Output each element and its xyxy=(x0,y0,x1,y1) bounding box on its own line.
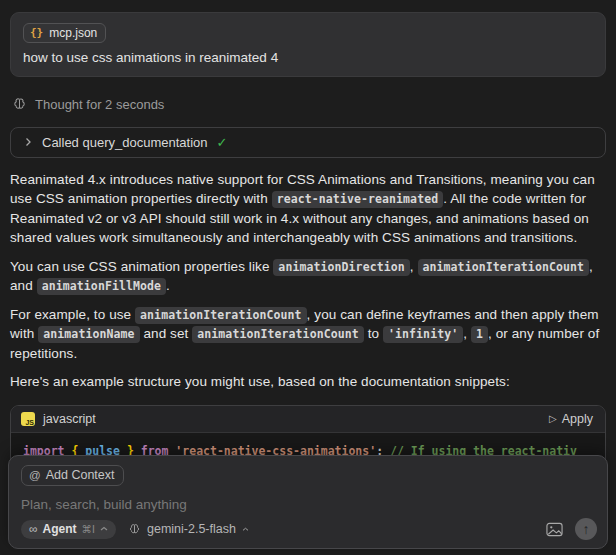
thought-label: Thought for 2 seconds xyxy=(35,97,164,112)
inline-code-chip: animationIterationCount xyxy=(192,326,364,343)
composer-input[interactable]: Plan, search, build anything xyxy=(21,497,595,512)
assistant-paragraphs: Reanimated 4.x introduces native support… xyxy=(10,170,606,392)
composer-panel[interactable]: @ Add Context Plan, search, build anythi… xyxy=(8,455,608,549)
context-file-chip[interactable]: {} mcp.json xyxy=(23,23,106,43)
model-label: gemini-2.5-flash xyxy=(147,522,236,536)
inline-code-chip: 'infinity' xyxy=(383,326,463,343)
chat-pane: {} mcp.json how to use css animations in… xyxy=(0,0,616,504)
context-file-name: mcp.json xyxy=(49,26,97,40)
play-icon: ▷ xyxy=(549,413,557,424)
model-selector[interactable]: gemini-2.5-flash xyxy=(128,522,249,536)
composer-toolbar: ∞ Agent ⌘I gemini-2.5-flash xyxy=(21,518,597,540)
tool-call-card[interactable]: Called query_documentation ✓ xyxy=(10,127,606,158)
assistant-paragraph: Reanimated 4.x introduces native support… xyxy=(10,170,606,248)
chevron-right-icon xyxy=(23,137,33,147)
inline-code-chip: react-native-reanimated xyxy=(272,191,444,208)
mode-label: Agent xyxy=(43,522,77,536)
add-context-label: Add Context xyxy=(46,468,115,482)
inline-code-chip: animationName xyxy=(38,326,139,343)
brain-icon-small xyxy=(128,523,141,536)
inline-code-chip: animationIterationCount xyxy=(135,307,307,324)
apply-label: Apply xyxy=(562,412,593,426)
thought-summary[interactable]: Thought for 2 seconds xyxy=(12,97,604,112)
chevron-up-icon xyxy=(100,526,108,532)
send-button[interactable]: ↑ xyxy=(575,518,597,540)
arrow-up-icon: ↑ xyxy=(583,522,590,536)
braces-icon: {} xyxy=(30,26,43,39)
javascript-icon: JS xyxy=(21,412,35,426)
tool-call-label: Called query_documentation xyxy=(42,135,208,150)
add-context-button[interactable]: @ Add Context xyxy=(21,465,124,486)
at-icon: @ xyxy=(29,469,41,481)
mode-selector[interactable]: ∞ Agent ⌘I xyxy=(21,520,116,539)
mode-shortcut: ⌘I xyxy=(82,523,95,535)
user-message-card[interactable]: {} mcp.json how to use css animations in… xyxy=(10,12,606,77)
check-icon: ✓ xyxy=(217,135,228,150)
code-language-label: javascript xyxy=(43,412,96,426)
code-block-header: JS javascript ▷ Apply xyxy=(11,406,605,433)
user-message-text: how to use css animations in reanimated … xyxy=(23,50,593,65)
inline-code-chip: 1 xyxy=(471,326,488,343)
infinity-icon: ∞ xyxy=(29,523,38,535)
inline-code-chip: animationIterationCount xyxy=(418,259,590,276)
attach-image-button[interactable] xyxy=(546,522,563,537)
assistant-paragraph: Here's an example structure you might us… xyxy=(10,372,606,392)
assistant-paragraph: For example, to use animationIterationCo… xyxy=(10,305,606,364)
brain-icon xyxy=(12,97,27,112)
chevron-up-icon xyxy=(242,527,249,532)
assistant-paragraph: You can use CSS animation properties lik… xyxy=(10,257,606,296)
inline-code-chip: animationFillMode xyxy=(37,278,166,295)
inline-code-chip: animationDirection xyxy=(273,259,409,276)
apply-button[interactable]: ▷ Apply xyxy=(549,412,593,426)
